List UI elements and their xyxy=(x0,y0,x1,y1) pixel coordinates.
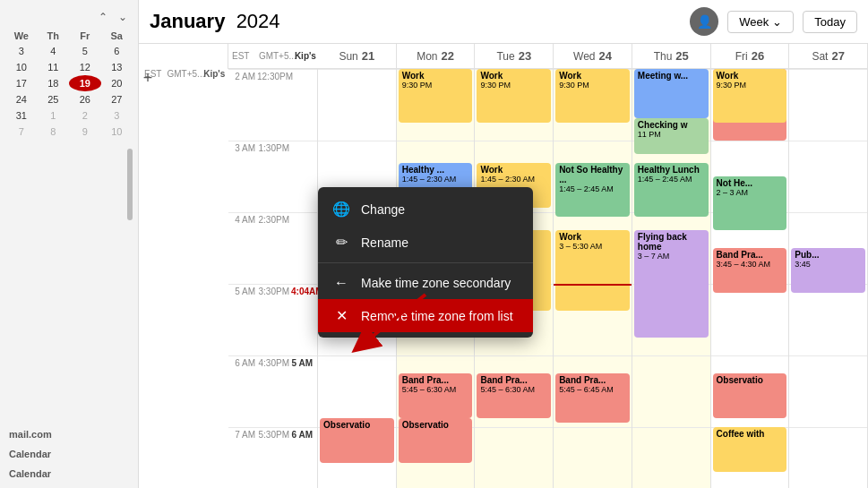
day-abbr: Fri xyxy=(735,50,748,63)
day-column-fri[interactable]: Dakota's Bithday partyWork9:30 PMNot He.… xyxy=(711,69,790,488)
event-tue23-0[interactable]: Work9:30 PM xyxy=(477,69,551,123)
mini-cal-day[interactable]: 10 xyxy=(101,124,133,140)
mini-cal-day[interactable]: 18 xyxy=(38,75,69,91)
mini-cal-day[interactable]: 3 xyxy=(5,43,38,59)
mini-cal-day-header: We xyxy=(5,29,38,43)
sidebar-scrollbar[interactable] xyxy=(127,149,133,220)
mini-cal-day-header: Fr xyxy=(69,29,100,43)
event-thu25-2[interactable]: Healthy Lunch1:45 – 2:45 AM xyxy=(634,163,709,217)
week-view-button[interactable]: Week ⌄ xyxy=(727,11,794,33)
event-mon22-0[interactable]: Work9:30 PM xyxy=(399,69,473,123)
mini-cal-day[interactable]: 25 xyxy=(38,91,69,107)
context-menu-item-0[interactable]: 🌐Change xyxy=(318,193,533,226)
mini-cal-day[interactable]: 8 xyxy=(38,124,69,140)
event-time: 1:45 – 2:30 AM xyxy=(402,175,469,184)
hour-line xyxy=(318,355,396,356)
event-title: Band Pra... xyxy=(402,375,469,385)
mini-cal-day[interactable]: 26 xyxy=(69,91,100,107)
mini-cal-nav[interactable]: ⌃ ⌄ xyxy=(0,7,138,29)
day-column-wed[interactable]: Work9:30 PMNot So Healthy ...1:45 – 2:45… xyxy=(554,69,632,488)
mini-cal-day[interactable]: 2 xyxy=(69,107,100,124)
mini-cal-day[interactable]: 7 xyxy=(5,124,38,140)
day-header-thu[interactable]: Thu25 xyxy=(632,44,711,69)
context-menu-icon-2: ← xyxy=(332,275,350,291)
mini-cal-day[interactable]: 12 xyxy=(69,59,100,75)
mini-cal-day-header: Sa xyxy=(101,29,133,43)
mini-cal-day[interactable]: 1 xyxy=(38,107,69,124)
mini-cal-day[interactable]: 31 xyxy=(5,107,38,124)
context-menu-item-2[interactable]: ←Make time zone secondary xyxy=(318,267,533,299)
event-thu25-0[interactable]: Meeting w... xyxy=(634,69,709,118)
mini-cal-day[interactable]: 9 xyxy=(69,124,100,140)
day-header-tue[interactable]: Tue23 xyxy=(475,44,554,69)
mini-cal-day[interactable]: 11 xyxy=(38,59,69,75)
mini-cal-day[interactable]: 3 xyxy=(101,107,133,124)
mini-cal-day[interactable]: 13 xyxy=(101,59,133,75)
context-menu-icon-3: ✕ xyxy=(332,307,350,324)
mini-cal-day[interactable]: 27 xyxy=(101,91,133,107)
event-wed24-3[interactable]: Band Pra...5:45 – 6:45 AM xyxy=(555,373,630,423)
event-wed24-1[interactable]: Not So Healthy ...1:45 – 2:45 AM xyxy=(555,163,630,217)
event-sat27-0[interactable]: Pub...3:45 xyxy=(791,248,865,293)
event-fri26-2[interactable]: Not He...2 – 3 AM xyxy=(713,176,787,230)
add-event-button[interactable]: + xyxy=(139,69,157,87)
context-menu-item-1[interactable]: ✏Rename xyxy=(318,226,533,259)
mini-cal-day[interactable]: 20 xyxy=(101,75,133,91)
mini-cal-day[interactable]: 10 xyxy=(5,59,38,75)
event-wed24-2[interactable]: Work3 – 5:30 AM xyxy=(555,230,630,311)
event-mon22-3[interactable]: Band Pra...5:45 – 6:30 AM xyxy=(399,373,473,418)
avatar[interactable]: 👤 xyxy=(690,7,718,36)
event-fri26-4[interactable]: Observatio xyxy=(713,373,787,418)
hour-line xyxy=(632,427,710,428)
hour-line xyxy=(554,355,632,356)
day-header-sun[interactable]: Sun21 xyxy=(318,44,397,69)
event-title: Observatio xyxy=(402,420,469,430)
event-fri26-3[interactable]: Band Pra...3:45 – 4:30 AM xyxy=(713,248,787,293)
time-slot-3: 5 AM3:30PM4:04AM xyxy=(228,284,317,355)
event-time: 3 – 7 AM xyxy=(638,252,705,261)
next-month-button[interactable]: ⌄ xyxy=(115,9,131,25)
event-title: Work xyxy=(717,71,784,81)
event-thu25-3[interactable]: Flying back home3 – 7 AM xyxy=(634,230,709,338)
mini-cal-day[interactable]: 6 xyxy=(101,43,133,59)
time-slot-1: 3 AM1:30PM xyxy=(228,141,317,212)
event-sun21-0[interactable]: Observatio xyxy=(320,418,394,463)
day-header-wed[interactable]: Wed24 xyxy=(554,44,632,69)
mini-cal-day[interactable]: 5 xyxy=(69,43,100,59)
hour-line xyxy=(789,69,867,70)
day-header-sat[interactable]: Sat27 xyxy=(789,44,868,69)
context-menu-icon-0: 🌐 xyxy=(332,201,350,218)
day-header-mon[interactable]: Mon22 xyxy=(397,44,476,69)
event-wed24-0[interactable]: Work9:30 PM xyxy=(555,69,630,123)
day-header-fri[interactable]: Fri26 xyxy=(711,44,790,69)
day-column-sat[interactable]: Pub...3:45 xyxy=(789,69,868,488)
mini-cal-day[interactable]: 19 xyxy=(69,75,100,91)
event-title: Healthy ... xyxy=(402,165,469,175)
time-slot-0: 2 AM12:30PM xyxy=(228,69,317,141)
mini-cal-day[interactable]: 4 xyxy=(38,43,69,59)
time-slot-5: 7 AM5:30PM6 AM xyxy=(228,427,317,488)
event-time: 5:45 – 6:30 AM xyxy=(480,385,547,394)
event-fri26-1[interactable]: Work9:30 PM xyxy=(713,69,787,123)
mini-cal-day[interactable]: 24 xyxy=(5,91,38,107)
today-button[interactable]: Today xyxy=(803,11,857,33)
prev-month-button[interactable]: ⌃ xyxy=(95,9,111,25)
day-column-thu[interactable]: Meeting w...Checking w11 PMHealthy Lunch… xyxy=(632,69,711,488)
mini-cal-day-header: Th xyxy=(38,29,69,43)
tz-header: EST GMT+5... Kip's xyxy=(228,51,318,61)
context-menu-item-3[interactable]: ✕Remove time zone from list xyxy=(318,299,533,332)
main-area: January 2024 👤 Week ⌄ Today + EST GMT+5.… xyxy=(139,0,868,488)
event-tue23-3[interactable]: Band Pra...5:45 – 6:30 AM xyxy=(477,373,551,418)
event-thu25-1[interactable]: Checking w11 PM xyxy=(634,118,709,154)
day-abbr: Thu xyxy=(654,50,673,63)
day-num: 25 xyxy=(675,49,688,63)
event-fri26-5[interactable]: Coffee with xyxy=(713,427,787,472)
event-time: 3 – 5:30 AM xyxy=(559,242,626,251)
event-time: 2 – 3 AM xyxy=(717,188,784,197)
event-title: Coffee with xyxy=(717,429,784,439)
event-mon22-4[interactable]: Observatio xyxy=(399,418,473,463)
event-title: Checking w xyxy=(638,120,705,130)
gmt-header-label: GMT+5... xyxy=(259,51,293,61)
mini-cal-day[interactable]: 17 xyxy=(5,75,38,91)
hour-line xyxy=(789,141,867,141)
